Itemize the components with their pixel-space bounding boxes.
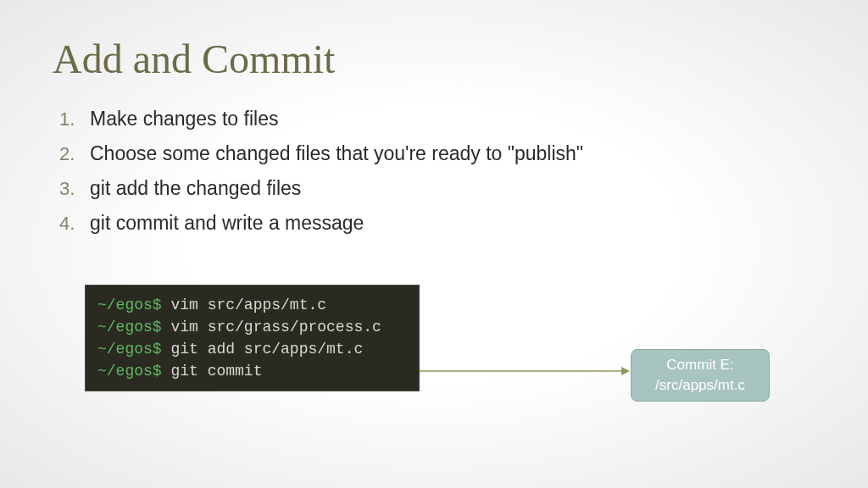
list-item: 4. git commit and write a message xyxy=(59,212,868,235)
list-text: git commit and write a message xyxy=(90,212,364,235)
terminal-command: git add src/apps/mt.c xyxy=(170,341,363,358)
terminal-prompt: ~/egos$ xyxy=(97,363,162,380)
list-text: Choose some changed files that you're re… xyxy=(90,142,583,165)
list-number: 1. xyxy=(59,108,90,130)
commit-path: /src/apps/mt.c xyxy=(655,375,745,396)
terminal-prompt: ~/egos$ xyxy=(97,319,162,336)
list-text: Make changes to files xyxy=(90,108,278,130)
steps-list: 1. Make changes to files 2. Choose some … xyxy=(0,82,868,235)
list-item: 1. Make changes to files xyxy=(59,108,868,130)
terminal-command: vim src/grass/process.c xyxy=(170,319,381,336)
list-number: 4. xyxy=(59,213,90,235)
list-item: 2. Choose some changed files that you're… xyxy=(59,142,868,165)
commit-node: Commit E: /src/apps/mt.c xyxy=(631,349,770,402)
list-item: 3. git add the changed files xyxy=(59,177,868,200)
list-number: 3. xyxy=(59,178,90,200)
terminal-line: ~/egos$ git add src/apps/mt.c xyxy=(97,338,407,360)
list-text: git add the changed files xyxy=(90,177,301,200)
commit-label: Commit E: xyxy=(666,355,733,375)
terminal-line: ~/egos$ vim src/grass/process.c xyxy=(97,316,407,338)
svg-marker-1 xyxy=(621,367,630,375)
terminal-prompt: ~/egos$ xyxy=(97,297,162,313)
terminal-line: ~/egos$ git commit xyxy=(97,360,407,382)
terminal-command: git commit xyxy=(170,363,262,380)
terminal-command: vim src/apps/mt.c xyxy=(170,297,326,313)
terminal-prompt: ~/egos$ xyxy=(97,341,162,358)
terminal-line: ~/egos$ vim src/apps/mt.c xyxy=(97,294,407,316)
list-number: 2. xyxy=(59,143,90,165)
arrow-icon xyxy=(420,363,632,380)
slide-title: Add and Commit xyxy=(0,0,868,82)
terminal-block: ~/egos$ vim src/apps/mt.c ~/egos$ vim sr… xyxy=(85,285,420,391)
